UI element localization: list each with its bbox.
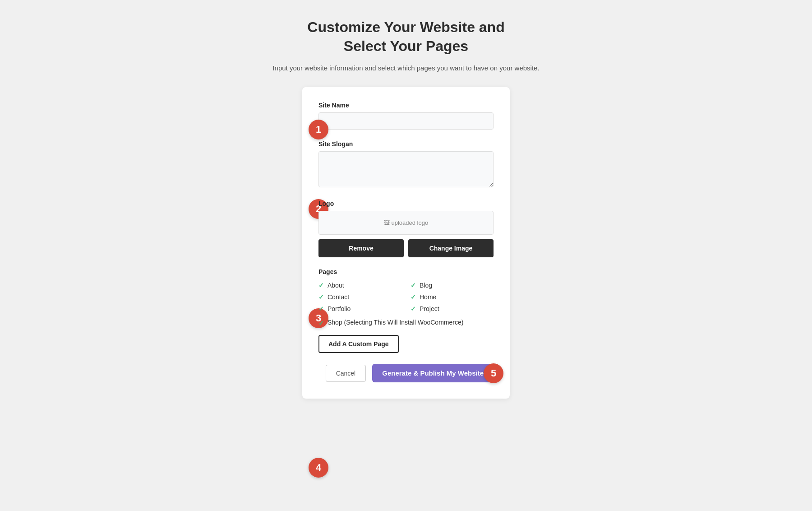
main-card: 1 Site Name 2 Site Slogan 3 Logo 🖼 uploa… <box>302 87 510 399</box>
check-project-icon: ✓ <box>411 305 416 312</box>
logo-buttons: Remove Change Image <box>318 239 494 257</box>
page-item-contact[interactable]: ✓ Contact <box>318 293 401 301</box>
card-footer: Cancel Generate & Publish My Website 5 <box>318 364 494 382</box>
page-portfolio-label: Portfolio <box>328 305 351 312</box>
page-project-label: Project <box>420 305 439 312</box>
logo-group: 3 Logo 🖼 uploaded logo Remove Change Ima… <box>318 200 494 257</box>
site-name-group: 1 Site Name <box>318 102 494 130</box>
check-blog-icon: ✓ <box>411 282 416 289</box>
change-image-button[interactable]: Change Image <box>408 239 494 257</box>
check-shop-icon: ✓ <box>318 320 324 327</box>
page-about-label: About <box>328 282 344 289</box>
site-name-input[interactable] <box>318 112 494 130</box>
site-slogan-label: Site Slogan <box>318 140 494 148</box>
page-shop-label: Shop (Selecting This Will Install WooCom… <box>328 319 463 326</box>
pages-grid: ✓ About ✓ Blog ✓ Contact ✓ Home ✓ Portfo… <box>318 282 494 312</box>
page-item-blog[interactable]: ✓ Blog <box>411 282 494 289</box>
site-name-label: Site Name <box>318 102 494 109</box>
step-5-badge: 5 <box>484 363 503 383</box>
page-home-label: Home <box>420 293 436 301</box>
add-custom-page-button[interactable]: Add A Custom Page <box>318 335 399 353</box>
logo-label: Logo <box>318 200 494 207</box>
page-header: Customize Your Website and Select Your P… <box>272 18 539 74</box>
step-4-badge: 4 <box>309 458 328 478</box>
logo-preview-text: 🖼 uploaded logo <box>384 219 428 226</box>
page-subtitle: Input your website information and selec… <box>272 63 539 74</box>
check-portfolio-icon: ✓ <box>318 305 324 312</box>
check-home-icon: ✓ <box>411 293 416 301</box>
page-blog-label: Blog <box>420 282 432 289</box>
page-item-home[interactable]: ✓ Home <box>411 293 494 301</box>
remove-button[interactable]: Remove <box>318 239 404 257</box>
pages-label: Pages <box>318 268 494 275</box>
site-slogan-group: 2 Site Slogan <box>318 140 494 189</box>
step-1-badge: 1 <box>309 120 328 139</box>
check-about-icon: ✓ <box>318 282 324 289</box>
page-title: Customize Your Website and Select Your P… <box>272 18 539 56</box>
page-contact-label: Contact <box>328 293 349 301</box>
cancel-button[interactable]: Cancel <box>326 365 366 382</box>
page-item-about[interactable]: ✓ About <box>318 282 401 289</box>
check-contact-icon: ✓ <box>318 293 324 301</box>
logo-preview: 🖼 uploaded logo <box>318 211 494 235</box>
generate-publish-button[interactable]: Generate & Publish My Website <box>372 364 494 382</box>
site-slogan-input[interactable] <box>318 151 494 187</box>
page-item-shop[interactable]: ✓ Shop (Selecting This Will Install WooC… <box>318 319 494 327</box>
pages-section: 4 Pages ✓ About ✓ Blog ✓ Contact ✓ Home <box>318 268 494 353</box>
page-item-portfolio[interactable]: ✓ Portfolio <box>318 305 401 312</box>
page-item-project[interactable]: ✓ Project <box>411 305 494 312</box>
